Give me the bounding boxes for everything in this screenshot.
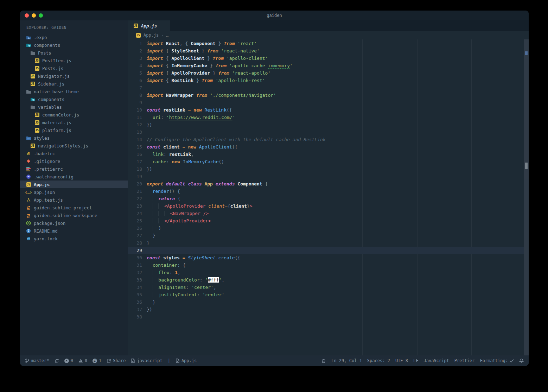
breadcrumb-more[interactable]: … — [166, 33, 168, 38]
code-line-20[interactable]: 20export default class App extends Compo… — [128, 180, 524, 188]
code-line-13[interactable]: 13 — [128, 128, 524, 136]
code-line-32[interactable]: 32 flex: 1, — [128, 269, 524, 276]
code-line-15[interactable]: 15const client = new ApolloClient({ — [128, 143, 524, 151]
code-line-7[interactable]: 7 — [128, 84, 524, 91]
code-line-38[interactable]: 38 — [128, 313, 524, 321]
code-line-1[interactable]: 1import React, { Component } from 'react… — [128, 40, 524, 47]
tree-item-navigator-js[interactable]: JSNavigator.js — [20, 72, 128, 80]
tree-item-app-test-js[interactable]: App.test.js — [20, 196, 128, 204]
code-text: return ( — [147, 195, 180, 202]
status-item-bucket[interactable] — [321, 358, 326, 363]
status-item-javascript[interactable]: javascript — [131, 358, 162, 363]
status-item-0[interactable]: 0 — [78, 358, 87, 363]
tree-item-readme-md[interactable]: README.md — [20, 227, 128, 235]
tree-item-posts-js[interactable]: JSPosts.js — [20, 64, 128, 72]
status-item-spaces-2[interactable]: Spaces: 2 — [367, 358, 390, 363]
code-line-8[interactable]: 8import NavWrapper from './components/Na… — [128, 91, 524, 99]
code-line-12[interactable]: 12}) — [128, 121, 524, 128]
status-item-utf-8[interactable]: UTF-8 — [395, 358, 408, 363]
code-line-23[interactable]: 23 <ApolloProvider client={client}> — [128, 202, 524, 210]
tree-item-components[interactable]: components — [20, 41, 128, 49]
code-line-33[interactable]: 33 backgroundColor: '#fff', — [128, 276, 524, 284]
line-number: 16 — [128, 151, 147, 158]
code-line-14[interactable]: 14// Configure the ApolloClient with the… — [128, 136, 524, 143]
tree-item-commoncolor-js[interactable]: JScommonColor.js — [20, 111, 128, 119]
status-item-ln-29-col-1[interactable]: Ln 29, Col 1 — [331, 358, 362, 363]
tree-item-postitem-js[interactable]: JSPostItem.js — [20, 57, 128, 64]
status-item-sync[interactable] — [55, 359, 59, 363]
code-line-16[interactable]: 16 link: restLink, — [128, 151, 524, 158]
code-line-4[interactable]: 4import { InMemoryCache } from 'apollo-c… — [128, 62, 524, 69]
code-line-18[interactable]: 18}) — [128, 165, 524, 173]
code-line-22[interactable]: 22 return ( — [128, 195, 524, 202]
tree-item--prettierrc[interactable]: .prettierrc — [20, 165, 128, 173]
status-item-lf[interactable]: LF — [413, 358, 418, 363]
scrollbar-thumb[interactable] — [525, 163, 528, 169]
status-item-0[interactable]: ×0 — [64, 358, 73, 363]
tree-item-styles[interactable]: styles — [20, 134, 128, 142]
code-line-30[interactable]: 30const styles = StyleSheet.create({ — [128, 254, 524, 261]
tree-item--babelrc[interactable]: 6.babelrc — [20, 150, 128, 157]
code-line-25[interactable]: 25 </ApolloProvider> — [128, 217, 524, 225]
code-line-3[interactable]: 3import { ApolloClient } from 'apollo-cl… — [128, 55, 524, 62]
tree-item-app-js[interactable]: JSApp.js — [20, 181, 128, 188]
status-item-share[interactable]: Share — [107, 358, 126, 363]
scrollbar[interactable] — [524, 39, 529, 355]
status-item-label: master* — [31, 358, 49, 363]
code-line-24[interactable]: 24 <NavWrapper /> — [128, 210, 524, 217]
status-item-formatting[interactable]: Formatting: — [480, 358, 514, 363]
code-line-11[interactable]: 11 uri: 'https://www.reddit.com/' — [128, 114, 524, 121]
status-left: master*×00i1Sharejavascript|App.js — [25, 358, 197, 363]
breadcrumb-separator: › — [161, 33, 164, 38]
code-line-34[interactable]: 34 alignItems: 'center', — [128, 284, 524, 291]
code-line-35[interactable]: 35 justifyContent: 'center' — [128, 291, 524, 298]
status-item-bell[interactable] — [519, 358, 524, 363]
status-item-javascript[interactable]: JavaScript — [423, 358, 449, 363]
tree-item-components[interactable]: components — [20, 95, 128, 103]
code-line-26[interactable]: 26 ) — [128, 225, 524, 232]
tree-item-package-json[interactable]: package.json — [20, 219, 128, 227]
tree-item-variables[interactable]: variables — [20, 103, 128, 111]
tree-item--watchmanconfig[interactable]: .watchmanconfig — [20, 173, 128, 181]
tree-item-sidebar-js[interactable]: JSSidebar.js — [20, 80, 128, 88]
code-line-19[interactable]: 19 — [128, 173, 524, 180]
tree-item--expo[interactable]: .expo — [20, 33, 128, 41]
tree-item--gitignore[interactable]: .gitignore — [20, 157, 128, 165]
tree-item-material-js[interactable]: JSmaterial.js — [20, 119, 128, 126]
status-item-1[interactable]: i1 — [93, 358, 101, 363]
code-line-28[interactable]: 28} — [128, 239, 524, 247]
status-item-prettier[interactable]: Prettier — [454, 358, 475, 363]
code-line-10[interactable]: 10const restLink = new RestLink({ — [128, 106, 524, 114]
code-text: } — [147, 232, 155, 239]
code-line-27[interactable]: 27 } — [128, 232, 524, 239]
code-line-17[interactable]: 17 cache: new InMemoryCache() — [128, 158, 524, 165]
tree-item-label: components — [34, 43, 60, 48]
code-line-37[interactable]: 37}) — [128, 306, 524, 313]
code-line-29[interactable]: 29 — [128, 247, 524, 254]
tree-item-navigationstyles-js[interactable]: JSnavigationStyles.js — [20, 142, 128, 150]
minimize-button[interactable] — [32, 13, 36, 18]
code-line-21[interactable]: 21 render() { — [128, 188, 524, 195]
tree-item-platform-js[interactable]: JSplatform.js — [20, 126, 128, 134]
tree-item-app-json[interactable]: {…}app.json — [20, 188, 128, 196]
code-line-36[interactable]: 36 } — [128, 298, 524, 306]
status-item-sep[interactable]: | — [168, 358, 170, 363]
tree-item-label: app.json — [34, 190, 55, 195]
tree-item-gaiden-sublime-workspace[interactable]: gaiden.sublime-workspace — [20, 211, 128, 219]
tree-item-yarn-lock[interactable]: yarn.lock — [20, 235, 128, 242]
code-line-9[interactable]: 9 — [128, 99, 524, 106]
maximize-button[interactable] — [39, 13, 43, 18]
code-line-6[interactable]: 6import { RestLink } from 'apollo-link-r… — [128, 77, 524, 84]
close-button[interactable] — [25, 13, 29, 18]
status-item-master[interactable]: master* — [25, 358, 49, 363]
tab-appjs[interactable]: JS App.js — [128, 20, 170, 31]
tree-item-gaiden-sublime-project[interactable]: gaiden.sublime-project — [20, 204, 128, 211]
code-area[interactable]: 1import React, { Component } from 'react… — [128, 39, 529, 355]
tree-item-native-base-theme[interactable]: native-base-theme — [20, 88, 128, 95]
code-line-31[interactable]: 31 container: { — [128, 261, 524, 269]
tree-item-posts[interactable]: Posts — [20, 49, 128, 57]
code-line-5[interactable]: 5import { ApolloProvider } from 'react-a… — [128, 69, 524, 77]
breadcrumb-file[interactable]: App.js — [144, 33, 159, 38]
code-line-2[interactable]: 2import { StyleSheet } from 'react-nativ… — [128, 47, 524, 55]
status-item-app-js[interactable]: App.js — [176, 358, 197, 363]
